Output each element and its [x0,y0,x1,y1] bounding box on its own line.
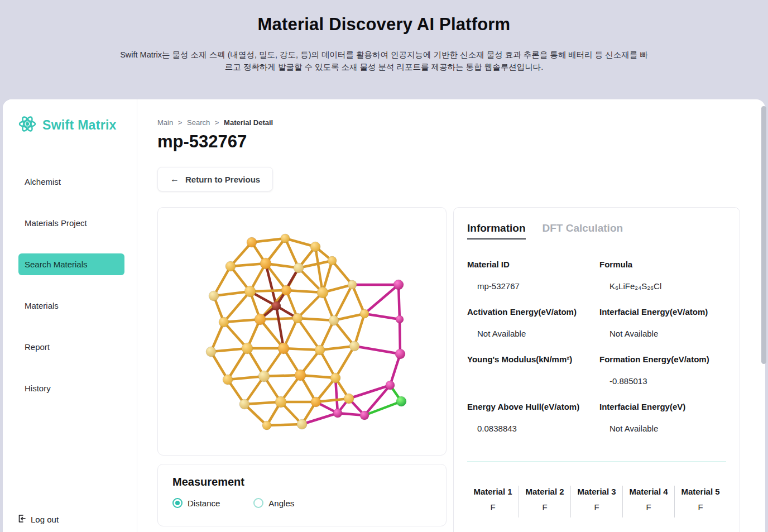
material-4-cell[interactable]: Material 4 F [623,486,675,517]
field-formation-energy: Formation Energy(eV/atom) -0.885013 [599,354,726,386]
field-label: Interfacial Energy(eV) [599,402,726,411]
material-value: F [467,502,519,512]
material-value: F [623,502,674,512]
right-column: Information DFT Calculation Material ID … [453,207,740,532]
field-activation-energy: Activation Energy(eV/atom) Not Available [467,307,594,339]
field-interfacial-energy: Interfacial Energy(eV) Not Available [599,402,726,434]
field-formula: Formula K₆LiFe₂₄S₂₆Cl [599,260,726,291]
field-value: mp-532767 [467,281,594,291]
material-name: Material 2 [519,487,570,496]
field-value: K₆LiFe₂₄S₂₆Cl [599,281,726,291]
radio-selected-icon [172,498,183,508]
sidebar-item-report[interactable]: Report [3,326,137,367]
field-interfacial-energy-atom: Interfacial Energy(eV/atom) Not Availabl… [599,307,726,339]
sidebar-item-label: Materials [25,301,59,310]
left-column: Measurement Distance Angles [157,207,447,532]
sidebar-item-alchemist[interactable]: Alchemist [3,161,137,202]
back-button-label: Return to Previous [185,175,260,184]
structure-viewer-card [157,207,447,456]
content-columns: Measurement Distance Angles [157,207,765,532]
breadcrumb-main[interactable]: Main [157,118,173,127]
angles-radio-label: Angles [268,499,294,508]
tab-dft-calculation[interactable]: DFT Calculation [543,222,623,234]
sidebar-item-label: Materials Project [25,218,87,228]
sidebar-item-search-materials[interactable]: Search Materials [3,243,137,285]
info-tabs: Information DFT Calculation [467,222,726,239]
sidebar-item-label: Search Materials [18,253,124,275]
main-card: Swift Matrix Alchemist Materials Project… [3,99,765,532]
material-value: F [519,502,570,512]
measurement-options: Distance Angles [172,498,431,508]
hero-header: Material Discovery AI Platform Swift Mat… [0,0,768,99]
sidebar-menu: Alchemist Materials Project Search Mater… [3,161,137,409]
platform-subtitle: Swift Matrix는 물성 소재 스펙 (내열성, 밀도, 강도, 등)의… [116,49,652,73]
field-material-id: Material ID mp-532767 [467,260,594,291]
back-arrow-icon: ← [170,174,179,184]
radio-unselected-icon [253,498,263,508]
measurement-title: Measurement [172,476,431,488]
return-to-previous-button[interactable]: ← Return to Previous [157,167,273,191]
breadcrumb-search[interactable]: Search [187,118,210,127]
material-name: Material 4 [623,487,674,496]
content-area: Main > Search > Material Detail mp-53276… [137,99,765,532]
field-label: Young's Modulus(kN/mm²) [467,354,594,364]
field-energy-above-hull: Energy Above Hull(eV/atom) 0.0838843 [467,402,594,434]
angles-radio[interactable]: Angles [253,498,294,508]
page: Material Discovery AI Platform Swift Mat… [0,0,768,532]
teal-divider [467,462,726,462]
sidebar-item-history[interactable]: History [3,367,137,409]
distance-radio-label: Distance [188,499,220,508]
molecule-structure[interactable] [158,208,446,455]
platform-title: Material Discovery AI Platform [0,0,768,35]
materials-summary-row: Material 1 F Material 2 F Material 3 F [467,486,726,517]
field-value: Not Available [467,329,594,339]
material-1-cell[interactable]: Material 1 F [467,486,519,517]
field-label: Formation Energy(eV/atom) [599,354,726,364]
sidebar-item-label: Alchemist [25,177,61,186]
material-3-cell[interactable]: Material 3 F [571,486,623,517]
field-label: Energy Above Hull(eV/atom) [467,402,594,411]
distance-radio[interactable]: Distance [172,498,220,508]
material-value: F [675,502,726,512]
measurement-card: Measurement Distance Angles [157,464,447,526]
breadcrumb: Main > Search > Material Detail [157,118,765,127]
sidebar-item-materials[interactable]: Materials [3,285,137,326]
field-label: Formula [599,260,726,269]
field-youngs-modulus: Young's Modulus(kN/mm²) [467,354,594,386]
logout-button[interactable]: Log out [17,514,59,525]
tab-information[interactable]: Information [467,222,526,239]
material-2-cell[interactable]: Material 2 F [519,486,571,517]
breadcrumb-separator: > [178,118,183,127]
info-fields: Material ID mp-532767 Formula K₆LiFe₂₄S₂… [467,260,726,449]
field-value: 0.0838843 [467,424,594,434]
field-label: Material ID [467,260,594,269]
material-name: Material 5 [675,487,726,496]
material-5-cell[interactable]: Material 5 F [675,486,726,517]
field-value: -0.885013 [599,376,726,386]
material-name: Material 1 [467,487,519,496]
breadcrumb-separator: > [215,118,219,127]
breadcrumb-material-detail: Material Detail [224,118,273,127]
brand[interactable]: Swift Matrix [3,99,137,136]
sidebar-item-label: Report [25,342,50,352]
page-title: mp-532767 [157,132,765,152]
sidebar-item-label: History [25,384,51,393]
field-value [467,376,594,386]
atom-logo-icon [17,114,37,136]
material-value: F [571,502,622,512]
logout-label: Log out [31,515,59,524]
brand-name: Swift Matrix [42,118,117,133]
information-card: Information DFT Calculation Material ID … [453,207,740,532]
vertical-scrollbar[interactable] [761,106,766,364]
field-label: Activation Energy(eV/atom) [467,307,594,317]
sidebar: Swift Matrix Alchemist Materials Project… [3,99,137,532]
field-value: Not Available [599,424,726,434]
material-name: Material 3 [571,487,622,496]
sidebar-item-materials-project[interactable]: Materials Project [3,202,137,243]
field-value: Not Available [599,329,726,339]
logout-icon [17,514,26,525]
field-label: Interfacial Energy(eV/atom) [599,307,726,317]
